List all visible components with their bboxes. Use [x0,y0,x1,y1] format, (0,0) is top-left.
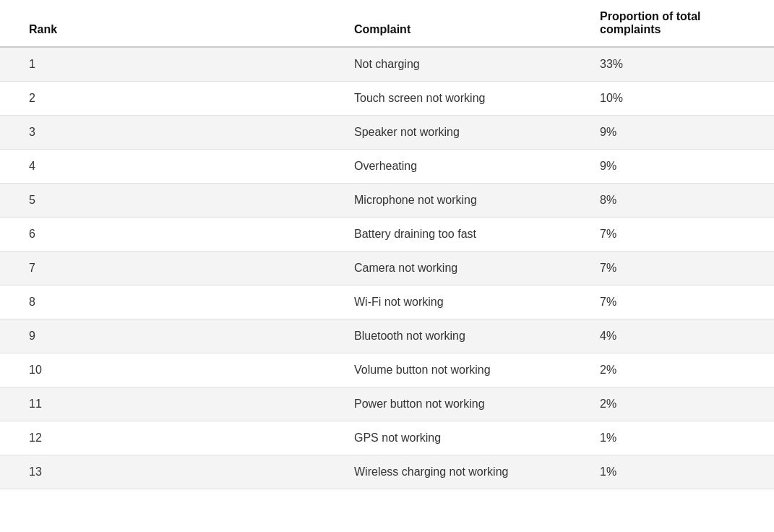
proportion-cell: 7% [571,286,774,319]
rank-cell: 7 [0,252,325,286]
complaint-cell: Power button not working [325,387,571,421]
proportion-cell: 1% [571,421,774,455]
table-row: 6Battery draining too fast7% [0,218,774,252]
rank-cell: 8 [0,286,325,319]
table-row: 9Bluetooth not working4% [0,319,774,353]
complaint-cell: Touch screen not working [325,82,571,116]
table-row: 13Wireless charging not working1% [0,455,774,489]
proportion-cell: 4% [571,319,774,353]
proportion-cell: 10% [571,82,774,116]
complaint-cell: Camera not working [325,252,571,286]
rank-cell: 13 [0,455,325,489]
complaint-cell: Wi-Fi not working [325,286,571,319]
proportion-cell: 7% [571,252,774,286]
complaint-cell: Overheating [325,150,571,184]
rank-cell: 5 [0,184,325,218]
proportion-header: Proportion of total complaints [571,0,774,47]
complaint-cell: Speaker not working [325,116,571,150]
complaint-cell: Volume button not working [325,353,571,387]
proportion-cell: 9% [571,116,774,150]
complaint-cell: Microphone not working [325,184,571,218]
complaint-cell: Battery draining too fast [325,218,571,252]
complaint-cell: GPS not working [325,421,571,455]
table-row: 7Camera not working7% [0,252,774,286]
proportion-cell: 9% [571,150,774,184]
rank-cell: 10 [0,353,325,387]
proportion-cell: 8% [571,184,774,218]
table-row: 8Wi-Fi not working7% [0,286,774,319]
proportion-cell: 2% [571,387,774,421]
rank-cell: 6 [0,218,325,252]
table-row: 12GPS not working1% [0,421,774,455]
rank-cell: 11 [0,387,325,421]
table-row: 2Touch screen not working10% [0,82,774,116]
rank-cell: 4 [0,150,325,184]
rank-cell: 9 [0,319,325,353]
table-row: 4Overheating9% [0,150,774,184]
proportion-cell: 33% [571,47,774,82]
table-row: 11Power button not working2% [0,387,774,421]
table-row: 5Microphone not working8% [0,184,774,218]
complaint-cell: Bluetooth not working [325,319,571,353]
table-row: 1Not charging33% [0,47,774,82]
table-row: 3Speaker not working9% [0,116,774,150]
rank-cell: 3 [0,116,325,150]
table-container: Rank Complaint Proportion of total compl… [0,0,774,532]
complaint-cell: Not charging [325,47,571,82]
complaint-header: Complaint [325,0,571,47]
complaints-table: Rank Complaint Proportion of total compl… [0,0,774,489]
rank-cell: 12 [0,421,325,455]
table-header-row: Rank Complaint Proportion of total compl… [0,0,774,47]
table-row: 10Volume button not working2% [0,353,774,387]
proportion-cell: 2% [571,353,774,387]
rank-header: Rank [0,0,325,47]
rank-cell: 2 [0,82,325,116]
rank-cell: 1 [0,47,325,82]
proportion-cell: 7% [571,218,774,252]
complaint-cell: Wireless charging not working [325,455,571,489]
proportion-cell: 1% [571,455,774,489]
